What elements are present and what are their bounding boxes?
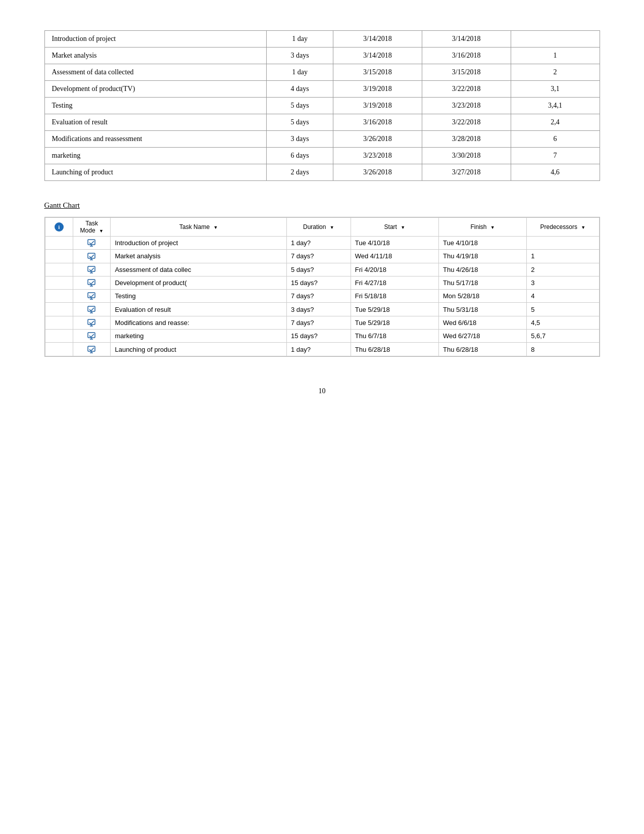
page-number: 10 [44,387,600,395]
task-mode-icon [87,252,96,260]
predecessors-header[interactable]: Predecessors ▼ [527,218,599,237]
summary-cell-finish: 3/22/2018 [422,114,511,131]
gantt-task-name-cell: Launching of product [111,343,287,356]
summary-cell-start: 3/15/2018 [333,64,422,81]
summary-cell-name: Market analysis [44,48,267,64]
summary-row: Introduction of project1 day3/14/20183/1… [44,31,600,48]
gantt-table: i Task Mode ▼ Task Name ▼ Duration ▼ [45,217,600,356]
summary-cell-start: 3/19/2018 [333,81,422,98]
gantt-section: Gantt Chart i Task Mode ▼ Task Name [44,201,600,357]
task-mode-icon [87,345,96,353]
gantt-task-mode-cell [73,276,111,289]
summary-row: Evaluation of result5 days3/16/20183/22/… [44,114,600,131]
task-mode-icon [87,239,96,247]
gantt-predecessors-cell: 4,5 [527,316,599,329]
gantt-predecessors-cell: 1 [527,250,599,263]
gantt-predecessors-cell: 4 [527,290,599,303]
summary-cell-name: Development of product(TV) [44,81,267,98]
gantt-row: Modifications and reasse:7 days?Tue 5/29… [45,316,599,329]
gantt-duration-cell: 3 days? [286,303,351,316]
gantt-predecessors-cell [527,237,599,250]
gantt-task-mode-cell [73,303,111,316]
gantt-finish-cell: Thu 5/31/18 [438,303,526,316]
finish-dropdown-arrow: ▼ [490,225,495,230]
task-mode-icon [87,279,96,287]
summary-cell-predecessors: 3,4,1 [511,98,600,114]
task-name-dropdown-arrow: ▼ [213,225,218,230]
gantt-predecessors-cell: 5 [527,303,599,316]
gantt-start-cell: Thu 6/7/18 [351,330,438,343]
summary-cell-start: 3/26/2018 [333,164,422,181]
gantt-task-mode-cell [73,290,111,303]
gantt-start-cell: Thu 6/28/18 [351,343,438,356]
gantt-header-info-row: i Task Mode ▼ Task Name ▼ Duration ▼ [45,218,599,237]
gantt-title: Gantt Chart [44,201,600,210]
summary-cell-duration: 5 days [267,98,333,114]
summary-cell-predecessors [511,31,600,48]
task-mode-icon [87,292,96,300]
gantt-start-cell: Tue 4/10/18 [351,237,438,250]
gantt-finish-cell: Thu 6/28/18 [438,343,526,356]
gantt-finish-cell: Thu 4/26/18 [438,263,526,276]
gantt-task-name-cell: Assessment of data collec [111,263,287,276]
summary-cell-predecessors: 2,4 [511,114,600,131]
summary-cell-predecessors: 1 [511,48,600,64]
summary-cell-duration: 1 day [267,64,333,81]
finish-header[interactable]: Finish ▼ [438,218,526,237]
summary-cell-finish: 3/27/2018 [422,164,511,181]
gantt-duration-cell: 15 days? [286,330,351,343]
task-mode-icon [87,318,96,327]
gantt-row-info [45,263,73,276]
gantt-row: Development of product(15 days?Fri 4/27/… [45,276,599,289]
summary-cell-predecessors: 2 [511,64,600,81]
summary-cell-duration: 3 days [267,48,333,64]
start-header[interactable]: Start ▼ [351,218,438,237]
gantt-duration-cell: 15 days? [286,276,351,289]
predecessors-dropdown-arrow: ▼ [581,225,585,230]
task-mode-icon [87,265,96,274]
summary-cell-finish: 3/30/2018 [422,148,511,164]
gantt-start-cell: Fri 4/27/18 [351,276,438,289]
gantt-task-mode-cell [73,316,111,329]
gantt-row: Evaluation of result3 days?Tue 5/29/18Th… [45,303,599,316]
summary-row: marketing6 days3/23/20183/30/20187 [44,148,600,164]
gantt-finish-cell: Thu 5/17/18 [438,276,526,289]
summary-cell-name: Testing [44,98,267,114]
gantt-start-cell: Fri 5/18/18 [351,290,438,303]
summary-cell-duration: 5 days [267,114,333,131]
gantt-task-name-cell: Introduction of project [111,237,287,250]
summary-cell-name: Modifications and reassessment [44,131,267,148]
task-mode-icon [87,332,96,340]
summary-cell-name: Introduction of project [44,31,267,48]
task-mode-icon [87,305,96,313]
summary-row: Assessment of data collected1 day3/15/20… [44,64,600,81]
summary-table: Introduction of project1 day3/14/20183/1… [44,30,600,181]
summary-cell-predecessors: 4,6 [511,164,600,181]
summary-cell-finish: 3/16/2018 [422,48,511,64]
gantt-row-info [45,290,73,303]
duration-header[interactable]: Duration ▼ [286,218,351,237]
gantt-row-info [45,343,73,356]
gantt-task-mode-cell [73,237,111,250]
summary-cell-start: 3/14/2018 [333,31,422,48]
summary-cell-predecessors: 7 [511,148,600,164]
gantt-task-mode-cell [73,250,111,263]
gantt-start-cell: Tue 5/29/18 [351,303,438,316]
summary-cell-finish: 3/28/2018 [422,131,511,148]
gantt-duration-cell: 5 days? [286,263,351,276]
task-name-header[interactable]: Task Name ▼ [111,218,287,237]
gantt-row: Assessment of data collec5 days?Fri 4/20… [45,263,599,276]
summary-row: Testing5 days3/19/20183/23/20183,4,1 [44,98,600,114]
gantt-task-mode-cell [73,263,111,276]
summary-cell-name: Evaluation of result [44,114,267,131]
task-mode-header[interactable]: Task Mode ▼ [73,218,111,237]
gantt-row-info [45,330,73,343]
page-content: Introduction of project1 day3/14/20183/1… [44,30,600,395]
gantt-predecessors-cell: 8 [527,343,599,356]
info-icon-cell: i [45,218,73,237]
summary-cell-start: 3/23/2018 [333,148,422,164]
gantt-row: marketing15 days?Thu 6/7/18Wed 6/27/185,… [45,330,599,343]
summary-cell-finish: 3/14/2018 [422,31,511,48]
summary-row: Market analysis3 days3/14/20183/16/20181 [44,48,600,64]
summary-cell-finish: 3/23/2018 [422,98,511,114]
